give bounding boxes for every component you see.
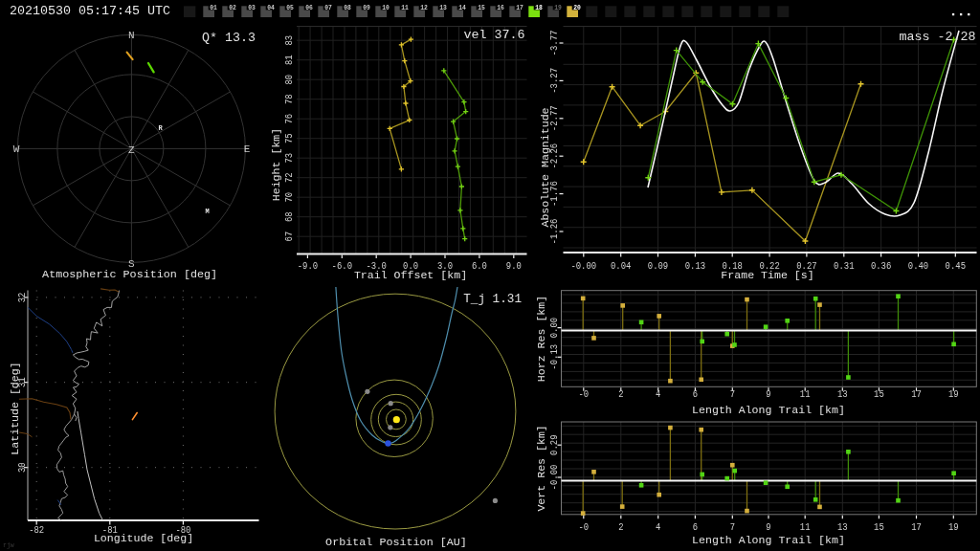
- svg-text:9.0: 9.0: [506, 260, 522, 272]
- svg-text:20210530 05:17:45 UTC: 20210530 05:17:45 UTC: [10, 4, 170, 18]
- svg-text:16: 16: [497, 4, 504, 11]
- svg-text:02: 02: [229, 4, 236, 11]
- svg-text:M: M: [205, 208, 209, 215]
- svg-text:7: 7: [730, 388, 735, 400]
- svg-text:17: 17: [911, 388, 922, 400]
- svg-text:6.0: 6.0: [472, 260, 487, 272]
- svg-text:Horz Res [km]: Horz Res [km]: [535, 296, 548, 382]
- svg-text:78: 78: [283, 94, 295, 104]
- svg-text:67: 67: [283, 231, 295, 242]
- svg-text:81: 81: [283, 55, 295, 65]
- svg-text:0.36: 0.36: [871, 260, 891, 272]
- svg-text:17: 17: [516, 4, 523, 11]
- svg-text:0.09: 0.09: [648, 260, 668, 272]
- svg-text:15: 15: [478, 4, 485, 11]
- svg-text:-6.0: -6.0: [332, 260, 352, 272]
- svg-text:72: 72: [283, 172, 295, 183]
- svg-text:10: 10: [382, 4, 390, 11]
- svg-text:Trail Offset [km]: Trail Offset [km]: [354, 269, 467, 282]
- svg-text:-0.00: -0.00: [548, 465, 560, 491]
- svg-text:17: 17: [911, 521, 922, 533]
- svg-text:Frame Time [s]: Frame Time [s]: [721, 269, 813, 282]
- svg-text:Orbital Position [AU]: Orbital Position [AU]: [325, 536, 467, 549]
- svg-text:-0.00: -0.00: [570, 260, 596, 272]
- svg-text:32: 32: [16, 293, 28, 303]
- svg-text:2: 2: [618, 388, 623, 400]
- svg-text:30: 30: [16, 462, 28, 473]
- svg-text:Z: Z: [128, 144, 135, 156]
- svg-text:04: 04: [267, 4, 275, 11]
- svg-text:Length Along Trail [km]: Length Along Trail [km]: [692, 534, 845, 547]
- svg-text:19: 19: [554, 4, 562, 11]
- svg-text:Height [km]: Height [km]: [270, 128, 283, 202]
- svg-text:11: 11: [800, 521, 811, 533]
- svg-text:83: 83: [283, 35, 295, 46]
- svg-text:W: W: [13, 143, 20, 155]
- svg-text:76: 76: [283, 114, 295, 124]
- svg-text:Atmospheric Position [deg]: Atmospheric Position [deg]: [42, 268, 217, 281]
- svg-text:Latitude [deg]: Latitude [deg]: [9, 362, 22, 454]
- svg-text:0.31: 0.31: [834, 260, 855, 272]
- svg-text:15: 15: [874, 521, 884, 533]
- svg-text:0.13: 0.13: [685, 260, 705, 272]
- svg-text:0.29: 0.29: [548, 435, 560, 455]
- svg-text:-3.27: -3.27: [548, 68, 560, 94]
- svg-text:70: 70: [283, 192, 295, 203]
- svg-text:Longitude [deg]: Longitude [deg]: [94, 532, 193, 545]
- svg-text:12: 12: [420, 4, 428, 11]
- svg-text:19: 19: [948, 521, 959, 533]
- svg-text:4: 4: [656, 521, 661, 533]
- svg-text:N: N: [128, 30, 135, 41]
- svg-text:20: 20: [573, 4, 581, 11]
- svg-text:-0: -0: [578, 388, 589, 400]
- svg-text:6: 6: [693, 388, 698, 400]
- svg-text:09: 09: [363, 4, 370, 11]
- svg-text:05: 05: [286, 4, 294, 11]
- svg-text:-82: -82: [29, 524, 44, 536]
- svg-text:Q* 13.3: Q* 13.3: [202, 31, 256, 45]
- svg-text:03: 03: [248, 4, 256, 11]
- svg-text:15: 15: [874, 388, 884, 400]
- svg-text:13: 13: [439, 4, 447, 11]
- svg-text:73: 73: [283, 153, 295, 164]
- svg-text:9: 9: [766, 388, 770, 400]
- svg-text:75: 75: [283, 133, 295, 143]
- svg-text:13: 13: [837, 388, 848, 400]
- svg-text:E: E: [244, 143, 251, 155]
- svg-text:0.00: 0.00: [548, 318, 560, 338]
- svg-text:7: 7: [730, 521, 735, 533]
- svg-text:-9.0: -9.0: [298, 260, 318, 272]
- svg-text:80: 80: [283, 75, 295, 85]
- svg-text:6: 6: [693, 521, 698, 533]
- svg-text:Vert Res [km]: Vert Res [km]: [535, 425, 548, 511]
- svg-text:-0.13: -0.13: [548, 344, 560, 370]
- svg-text:T_j 1.31: T_j 1.31: [463, 292, 522, 306]
- svg-text:06: 06: [305, 4, 313, 11]
- svg-text:68: 68: [283, 211, 295, 222]
- svg-text:rjw: rjw: [3, 542, 14, 549]
- svg-text:Absolute Magnitude: Absolute Magnitude: [539, 107, 552, 227]
- svg-text:-3.77: -3.77: [548, 31, 560, 56]
- svg-text:01: 01: [210, 4, 217, 11]
- svg-text:4: 4: [656, 388, 661, 400]
- svg-text:14: 14: [458, 4, 466, 11]
- svg-text:19: 19: [948, 388, 959, 400]
- svg-text:0.45: 0.45: [946, 260, 966, 272]
- svg-text:vel 37.6: vel 37.6: [464, 28, 525, 42]
- svg-text:13: 13: [837, 521, 848, 533]
- svg-text:07: 07: [324, 4, 332, 11]
- svg-text:18: 18: [535, 4, 543, 11]
- svg-text:11: 11: [401, 4, 409, 11]
- svg-text:0.04: 0.04: [611, 260, 632, 272]
- svg-text:mass -2.28: mass -2.28: [900, 30, 976, 44]
- svg-text:-0: -0: [578, 521, 589, 533]
- svg-text:0.40: 0.40: [908, 260, 928, 272]
- svg-text:2: 2: [618, 521, 623, 533]
- svg-text:Length Along Trail [km]: Length Along Trail [km]: [692, 404, 845, 417]
- svg-text:08: 08: [344, 4, 351, 11]
- svg-text:9: 9: [766, 521, 770, 533]
- svg-text:11: 11: [800, 388, 811, 400]
